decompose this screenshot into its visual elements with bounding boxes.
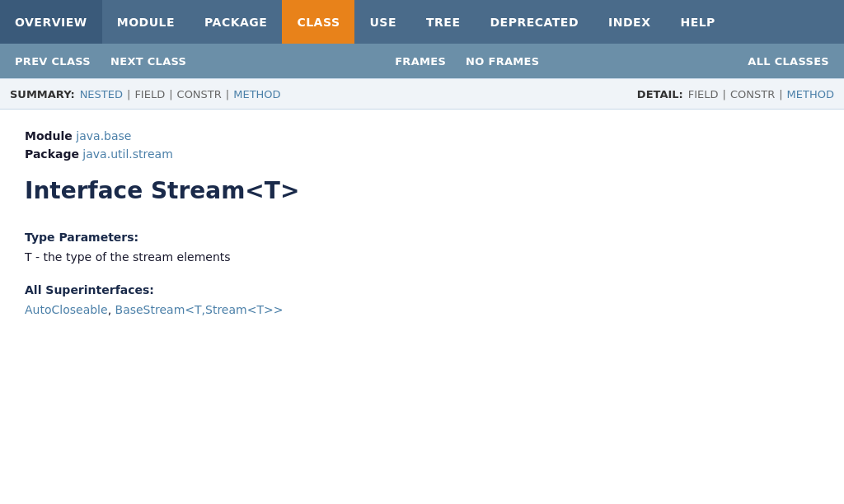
type-params-body: T - the type of the stream elements — [25, 250, 819, 264]
interface-title: Interface Stream<T> — [25, 177, 819, 204]
nav-item-class[interactable]: CLASS — [282, 0, 354, 44]
nav-item-tree[interactable]: TREE — [411, 0, 475, 44]
superinterfaces-list: AutoCloseable, BaseStream<T,Stream<T>> — [25, 303, 819, 316]
field-detail-text: FIELD — [688, 88, 719, 100]
module-label: Module — [25, 129, 73, 142]
detail-label: DETAIL: — [637, 88, 683, 100]
frames-link[interactable]: FRAMES — [388, 55, 452, 68]
module-line: Module java.base — [25, 129, 819, 142]
nav-item-help[interactable]: HELP — [665, 0, 729, 44]
next-class-link[interactable]: NEXT CLASS — [104, 55, 193, 68]
no-frames-link[interactable]: NO FRAMES — [459, 55, 546, 68]
all-classes-link[interactable]: ALL CLASSES — [741, 55, 836, 68]
package-line: Package java.util.stream — [25, 147, 819, 161]
nav-item-module[interactable]: MODULE — [102, 0, 190, 44]
constr-detail-text: CONSTR — [730, 88, 775, 100]
autocloseable-link[interactable]: AutoCloseable — [25, 303, 108, 316]
summary-bar: SUMMARY: NESTED | FIELD | CONSTR | METHO… — [0, 78, 844, 110]
package-link[interactable]: java.util.stream — [82, 147, 172, 161]
nav-item-deprecated[interactable]: DEPRECATED — [475, 0, 593, 44]
main-content: Module java.base Package java.util.strea… — [0, 110, 844, 336]
method-summary-link[interactable]: METHOD — [233, 88, 280, 100]
nested-link[interactable]: NESTED — [80, 88, 123, 100]
constr-summary-text: CONSTR — [177, 88, 222, 100]
top-nav-bar: OVERVIEWMODULEPACKAGECLASSUSETREEDEPRECA… — [0, 0, 844, 44]
package-label: Package — [25, 147, 79, 161]
type-params-heading: Type Parameters: — [25, 231, 819, 244]
superinterfaces-heading: All Superinterfaces: — [25, 283, 819, 296]
second-nav-bar: PREV CLASS NEXT CLASS FRAMES NO FRAMES A… — [0, 44, 844, 78]
basestream-link[interactable]: BaseStream<T,Stream<T>> — [115, 303, 284, 316]
nav-item-package[interactable]: PACKAGE — [190, 0, 282, 44]
nav-item-overview[interactable]: OVERVIEW — [0, 0, 102, 44]
module-link[interactable]: java.base — [76, 129, 131, 142]
field-summary-text: FIELD — [134, 88, 165, 100]
detail-section: DETAIL: FIELD | CONSTR | METHOD — [637, 88, 834, 100]
summary-label: SUMMARY: — [10, 88, 75, 100]
method-detail-link[interactable]: METHOD — [787, 88, 834, 100]
prev-class-link[interactable]: PREV CLASS — [8, 55, 97, 68]
nav-item-index[interactable]: INDEX — [593, 0, 665, 44]
nav-item-use[interactable]: USE — [354, 0, 411, 44]
